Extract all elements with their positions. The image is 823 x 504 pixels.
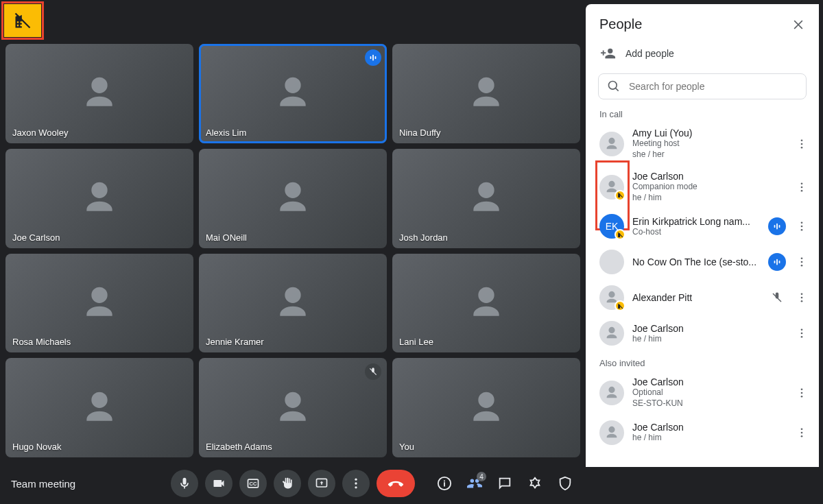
- video-tile[interactable]: Jennie Kramer: [199, 254, 387, 353]
- person-sub: Companion mode: [632, 182, 786, 193]
- mic-button[interactable]: [171, 470, 198, 497]
- raise-hand-button[interactable]: [274, 470, 301, 497]
- svg-point-20: [801, 293, 803, 296]
- svg-point-28: [801, 396, 803, 398]
- person-more-button[interactable]: [794, 384, 809, 402]
- chat-button[interactable]: [495, 474, 514, 493]
- svg-point-27: [801, 392, 803, 394]
- person-name: Joe Carlson: [632, 171, 786, 182]
- tile-name: You: [399, 442, 414, 452]
- person-sub: Co-host: [632, 227, 760, 238]
- svg-point-3: [355, 479, 357, 481]
- svg-point-23: [801, 329, 803, 331]
- avatar: EK: [599, 214, 624, 239]
- person-more-button[interactable]: [794, 289, 809, 307]
- person-placeholder: [392, 358, 580, 457]
- person-name: Joe Carlson: [632, 323, 786, 334]
- host-controls-button[interactable]: [556, 474, 575, 493]
- person-add-icon: [601, 46, 616, 61]
- tile-name: Jennie Kramer: [206, 337, 264, 347]
- close-icon: [791, 18, 805, 32]
- svg-point-4: [355, 482, 357, 484]
- person-row[interactable]: Joe Carlsonhe / him: [586, 415, 819, 451]
- camera-button[interactable]: [205, 470, 232, 497]
- person-row[interactable]: Amy Lui (You)Meeting hostshe / her: [586, 122, 819, 165]
- svg-point-16: [801, 229, 803, 231]
- activities-button[interactable]: [525, 474, 545, 493]
- avatar: [599, 132, 624, 156]
- people-button[interactable]: 4: [465, 474, 484, 493]
- people-list: Amy Lui (You)Meeting hostshe / her Joe C…: [586, 122, 819, 467]
- search-icon: [607, 80, 621, 93]
- video-tile[interactable]: Elizabeth Adams: [199, 358, 387, 457]
- person-more-button[interactable]: [794, 217, 809, 235]
- person-more-button[interactable]: [794, 135, 809, 153]
- tile-name: Hugo Novak: [12, 442, 62, 452]
- person-more-button[interactable]: [794, 424, 809, 442]
- add-people-button[interactable]: Add people: [586, 36, 819, 71]
- hangup-button[interactable]: [377, 470, 415, 497]
- avatar: [599, 175, 624, 200]
- svg-point-12: [801, 186, 803, 188]
- captions-button[interactable]: CC: [239, 470, 267, 497]
- svg-point-9: [801, 143, 803, 145]
- audio-activity-icon: [365, 49, 381, 66]
- meeting-details-button[interactable]: [435, 474, 454, 493]
- people-count-badge: 4: [477, 472, 486, 481]
- svg-point-8: [801, 139, 803, 141]
- person-row[interactable]: Alexander Pitt: [586, 280, 819, 315]
- svg-point-17: [801, 258, 803, 260]
- person-row[interactable]: Joe CarlsonOptionalSE-STO-KUN: [586, 371, 819, 414]
- svg-point-24: [801, 333, 803, 335]
- video-tile[interactable]: Mai ONeill: [199, 149, 387, 248]
- tile-name: Nina Duffy: [399, 128, 440, 138]
- tile-name: Jaxon Wooley: [12, 128, 68, 138]
- svg-point-30: [801, 431, 803, 433]
- search-people-input[interactable]: [629, 81, 798, 92]
- person-name: Joe Carlson: [632, 376, 786, 387]
- tile-name: Alexis Lim: [206, 128, 246, 138]
- section-in-call: In call: [586, 106, 819, 122]
- video-tile[interactable]: Alexis Lim: [199, 44, 387, 143]
- video-tile[interactable]: Joe Carlson: [5, 149, 193, 248]
- more-options-button[interactable]: [342, 470, 370, 497]
- svg-point-11: [801, 182, 803, 184]
- avatar: [599, 420, 624, 445]
- video-tile[interactable]: Hugo Novak: [5, 358, 193, 457]
- person-row[interactable]: Joe Carlsonhe / him: [586, 315, 819, 351]
- present-button[interactable]: [308, 470, 335, 497]
- person-more-button[interactable]: [794, 253, 809, 271]
- tile-name: Joe Carlson: [12, 232, 60, 243]
- person-pronoun: he / him: [632, 433, 786, 444]
- tile-name: Rosa Michaels: [12, 337, 71, 347]
- companion-badge-icon: [615, 229, 625, 240]
- video-tile[interactable]: Lani Lee: [392, 254, 580, 353]
- svg-point-18: [801, 261, 803, 263]
- video-tile[interactable]: You: [392, 358, 580, 457]
- person-more-button[interactable]: [794, 324, 809, 342]
- svg-point-5: [355, 486, 357, 488]
- bottom-toolbar: Team meeting CC 4: [0, 463, 586, 504]
- close-panel-button[interactable]: [791, 18, 805, 32]
- person-sub: Meeting host: [632, 139, 786, 149]
- svg-point-25: [801, 336, 803, 338]
- video-tile[interactable]: Nina Duffy: [392, 44, 580, 143]
- tile-name: Elizabeth Adams: [206, 442, 272, 452]
- companion-mode-off-button[interactable]: [4, 4, 41, 37]
- person-row[interactable]: No Cow On The Ice (se-sto...: [586, 244, 819, 280]
- video-tile[interactable]: Josh Jordan: [392, 149, 580, 248]
- panel-title: People: [599, 16, 791, 32]
- video-tile[interactable]: Rosa Michaels: [5, 254, 193, 353]
- svg-point-29: [801, 428, 803, 430]
- person-more-button[interactable]: [794, 178, 809, 196]
- svg-text:CC: CC: [250, 481, 257, 487]
- meeting-name: Team meeting: [11, 478, 75, 490]
- person-name: No Cow On The Ice (se-sto...: [632, 256, 760, 267]
- video-tile[interactable]: Jaxon Wooley: [5, 44, 193, 143]
- person-sub: Optional: [632, 387, 786, 398]
- tile-name: Lani Lee: [399, 337, 433, 347]
- mic-off-icon: [768, 289, 786, 307]
- svg-point-15: [801, 226, 803, 228]
- search-people-field[interactable]: [598, 73, 807, 99]
- section-also-invited: Also invited: [586, 351, 819, 371]
